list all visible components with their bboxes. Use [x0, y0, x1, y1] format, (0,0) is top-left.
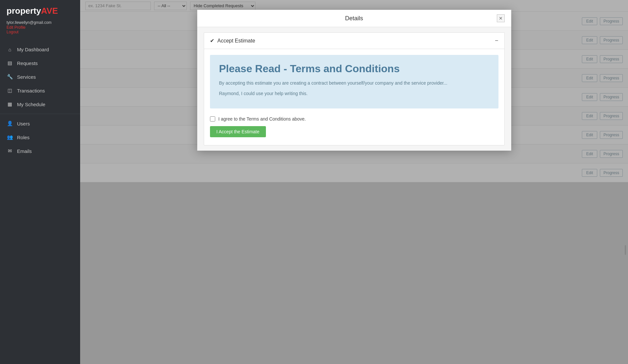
accordion-title: Accept Estimate [218, 38, 495, 44]
main-content: -- All -- Hide Completed Requests Edit P… [80, 0, 628, 364]
emails-icon: ✉ [7, 148, 13, 154]
services-icon: 🔧 [7, 74, 13, 80]
sidebar-item-dashboard[interactable]: ⌂ My Dashboard [0, 43, 80, 56]
transactions-icon: ◫ [7, 88, 13, 93]
sidebar: propertyAVE tylor.llewellyn@gmail.com Ed… [0, 0, 80, 364]
terms-text-1: By accepting this estimate you are creat… [219, 79, 489, 87]
accordion-header[interactable]: ✔ Accept Estimate − [204, 33, 504, 49]
edit-profile-link[interactable]: Edit Profile [7, 25, 74, 30]
requests-icon: ▤ [7, 60, 13, 66]
roles-icon: 👥 [7, 134, 13, 140]
nav-divider [0, 114, 80, 114]
details-modal: Details ✕ ✔ Accept Estimate − Please Rea… [197, 10, 511, 151]
sidebar-item-label: Services [17, 74, 36, 80]
accept-estimate-accordion: ✔ Accept Estimate − Please Read - Terms … [204, 32, 505, 145]
collapse-icon[interactable]: − [495, 37, 498, 44]
schedule-icon: ▦ [7, 101, 13, 107]
modal-overlay: Details ✕ ✔ Accept Estimate − Please Rea… [80, 0, 628, 364]
terms-text-2: Raymond, I could use your help writing t… [219, 90, 489, 97]
sidebar-item-label: My Dashboard [17, 47, 49, 52]
modal-title: Details [212, 15, 497, 22]
sidebar-item-schedule[interactable]: ▦ My Schedule [0, 97, 80, 111]
user-info: tylor.llewellyn@gmail.com Edit Profile L… [0, 19, 80, 40]
accept-estimate-button[interactable]: I Accept the Estimate [210, 126, 266, 137]
sidebar-item-label: Emails [17, 148, 32, 154]
sidebar-item-label: Transactions [17, 88, 45, 93]
sidebar-item-label: Roles [17, 135, 29, 140]
sidebar-item-label: Users [17, 121, 30, 126]
logo-area: propertyAVE [0, 0, 80, 19]
modal-body: ✔ Accept Estimate − Please Read - Terms … [197, 27, 511, 151]
agree-checkbox[interactable] [210, 116, 215, 122]
sidebar-item-emails[interactable]: ✉ Emails [0, 144, 80, 158]
sidebar-item-transactions[interactable]: ◫ Transactions [0, 84, 80, 97]
users-icon: 👤 [7, 121, 13, 126]
main-nav: ⌂ My Dashboard ▤ Requests 🔧 Services ◫ T… [0, 43, 80, 158]
terms-title: Please Read - Terms and Conditions [219, 63, 489, 75]
agree-row: I agree to the Terms and Conditions abov… [210, 116, 498, 122]
logout-link[interactable]: Logout [7, 30, 74, 34]
dashboard-icon: ⌂ [7, 47, 13, 52]
agree-label: I agree to the Terms and Conditions abov… [218, 116, 306, 122]
accordion-body: Please Read - Terms and Conditions By ac… [204, 49, 504, 145]
user-email: tylor.llewellyn@gmail.com [7, 20, 52, 25]
sidebar-item-roles[interactable]: 👥 Roles [0, 130, 80, 144]
sidebar-item-requests[interactable]: ▤ Requests [0, 56, 80, 70]
sidebar-item-services[interactable]: 🔧 Services [0, 70, 80, 84]
modal-header: Details ✕ [197, 10, 511, 27]
checkmark-icon: ✔ [210, 38, 214, 44]
sidebar-item-users[interactable]: 👤 Users [0, 117, 80, 130]
sidebar-item-label: My Schedule [17, 102, 45, 107]
terms-box: Please Read - Terms and Conditions By ac… [210, 55, 498, 108]
modal-close-button[interactable]: ✕ [497, 14, 505, 22]
logo-text: propertyAVE [7, 6, 58, 16]
sidebar-item-label: Requests [17, 60, 38, 66]
